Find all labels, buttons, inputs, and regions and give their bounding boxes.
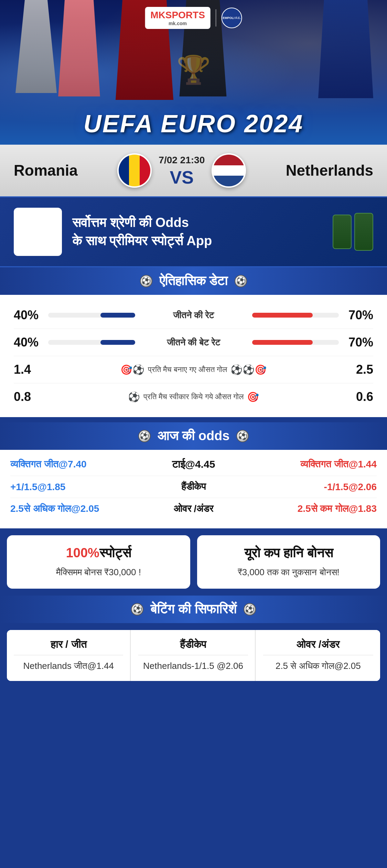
player-silhouette-5 [311,0,380,98]
nl-flag-blue [213,176,245,186]
win-rate-fill-right [252,313,313,318]
concede-icon-right: 🎯 [247,391,259,403]
odds-row-2: +1/1.5@1.85 हैंडीकेप -1/1.5@2.06 [10,476,377,498]
avg-concede-mid: ⚽ प्रति मैच स्वीकार किये गये औसत गोल 🎯 [55,391,332,403]
betting-cell-3: ओवर /अंडर 2.5 से अधिक गोल@2.05 [256,630,380,681]
historical-data-header: ⚽ ऐतिहासिक डेटा ⚽ [0,267,387,295]
betting-title: बेटिंग की सिफारिशें [150,602,236,617]
betting-col-2-value: Netherlands-1/1.5 @2.06 [138,660,248,672]
bet-rate-right-value: 70% [346,335,373,350]
app-promo-phones [304,213,373,251]
betting-col-3-value: 2.5 से अधिक गोल@2.05 [263,660,373,672]
player-silhouette-2 [52,0,107,96]
odds-center-3: ओवर /अंडर [114,503,273,515]
win-rate-bar-right [252,313,339,318]
odds-row-3: 2.5से अधिक गोल@2.05 ओवर /अंडर 2.5से कम ग… [10,498,377,520]
match-vs: VS [170,168,194,186]
betting-section: हार / जीत Netherlands जीत@1.44 हैंडीकेप … [0,623,387,691]
odds-right-1: व्यक्तिगत जीत@1.44 [273,459,377,470]
odds-header: ⚽ आज की odds ⚽ [0,422,387,450]
betting-cell-1: हार / जीत Netherlands जीत@1.44 [7,630,131,681]
betting-header: ⚽ बेटिंग की सिफारिशें ⚽ [0,596,387,623]
bet-rate-fill-left [100,340,135,345]
odds-right-2: -1/1.5@2.06 [273,482,377,493]
player-silhouette-1 [10,0,62,93]
avg-goals-label: प्रति मैच बनाए गए औसत गोल [148,365,227,374]
bet-rate-fill-right [252,340,313,345]
odds-left-2: +1/1.5@1.85 [10,482,114,493]
avg-concede-left-value: 0.8 [14,390,48,404]
nl-flag-red [213,155,245,165]
netherlands-flag-colors [213,155,245,186]
bonus-card-1: 100%स्पोर्ट्स मैक्सिमम बोनस ₹30,000 ! [7,535,190,589]
bonus-card-2-title: यूरो कप हानि बोनस [206,546,372,561]
odds-row-1: व्यक्तिगत जीत@7.40 टाई@4.45 व्यक्तिगत जी… [10,453,377,476]
flags-row: 7/02 21:30 VS [117,153,246,188]
historical-data-title: ऐतिहासिक डेटा [159,273,228,289]
bet-rate-label: जीतने की बेट रेट [142,337,245,348]
netherlands-flag [212,153,246,188]
betting-ball-left: ⚽ [131,603,143,616]
app-promo-text: सर्वोत्तम श्रेणी की Odds के साथ प्रीमियर… [72,214,294,250]
trophy-icon: 🏆 [176,54,211,86]
avg-concede-row: 0.8 ⚽ प्रति मैच स्वीकार किये गये औसत गोल… [14,383,373,410]
avg-concede-label: प्रति मैच स्वीकार किये गये औसत गोल [143,392,244,401]
betting-col-1-value: Netherlands जीत@1.44 [14,660,123,672]
soccer-ball-icon-left: ⚽ [140,275,152,287]
match-section: Romania 7/02 21:30 VS Netherlands [0,145,387,196]
goal-icon-right: ⚽⚽🎯 [230,364,267,375]
soccer-ball-icon-right: ⚽ [235,275,247,287]
match-center: 7/02 21:30 VS [159,155,205,186]
win-rate-left-value: 40% [14,308,41,322]
odds-ball-right: ⚽ [236,430,249,442]
hero-logo: MKSPORTS mk.com EMPOLI F.C. [145,7,242,29]
team-right-name: Netherlands [286,162,373,179]
avg-goals-left-value: 1.4 [14,362,48,377]
betting-col-2-header: हैंडीकेप [138,639,248,655]
romania-flag [117,153,152,188]
stats-section: 40% जीतने की रेट 70% 40% जीतने की बेट रे… [0,295,387,417]
bonus-card-2: यूरो कप हानि बोनस ₹3,000 तक का नुकसान बो… [197,535,380,589]
match-date: 7/02 21:30 [159,155,205,166]
odds-left-1: व्यक्तिगत जीत@7.40 [10,459,114,470]
avg-concede-right-value: 0.6 [339,390,373,404]
bet-rate-row: 40% जीतने की बेट रेट 70% [14,329,373,356]
phone-mockup-1 [333,215,352,249]
win-rate-label: जीतने की रेट [142,310,245,321]
win-rate-bar-left [48,313,135,318]
mk-sports-logo: MKSPORTS mk.com [145,7,211,29]
odds-left-3: 2.5से अधिक गोल@2.05 [10,503,114,515]
mk-text: MK [150,10,165,20]
odds-right-3: 2.5से कम गोल@1.83 [273,503,377,515]
app-promo-section: सर्वोत्तम श्रेणी की Odds के साथ प्रीमियर… [0,196,387,267]
app-promo-box [14,208,62,256]
betting-ball-right: ⚽ [244,603,256,616]
bonus-card-1-title: 100%स्पोर्ट्स [15,546,182,561]
betting-cell-2: हैंडीकेप Netherlands-1/1.5 @2.06 [131,630,255,681]
bonus-percent: 100% [66,546,99,560]
odds-section: व्यक्तिगत जीत@7.40 टाई@4.45 व्यक्तिगत जी… [0,450,387,528]
team-left-name: Romania [14,162,78,179]
win-rate-row: 40% जीतने की रेट 70% [14,302,373,329]
betting-col-3-header: ओवर /अंडर [263,639,373,655]
bet-rate-bar-right [252,340,339,345]
betting-col-1-header: हार / जीत [14,639,123,655]
hero-title: UEFA EURO 2024 [0,110,387,138]
odds-center-1: टाई@4.45 [114,458,273,471]
phone-mockup-2 [354,213,373,251]
romania-flag-colors [119,155,150,186]
win-rate-right-value: 70% [346,308,373,322]
odds-ball-left: ⚽ [138,430,151,442]
bet-rate-left-value: 40% [14,335,41,350]
avg-goals-right-value: 2.5 [339,362,373,377]
avg-goals-row: 1.4 🎯⚽ प्रति मैच बनाए गए औसत गोल ⚽⚽🎯 2.5 [14,356,373,383]
betting-grid: हार / जीत Netherlands जीत@1.44 हैंडीकेप … [7,630,380,681]
win-rate-fill-left [100,313,135,318]
avg-goals-mid: 🎯⚽ प्रति मैच बनाए गए औसत गोल ⚽⚽🎯 [55,364,332,375]
logo-divider [216,9,216,27]
gap-1 [0,417,387,422]
hero-section: 🏆 MKSPORTS mk.com EMPOLI F.C. UEFA EURO … [0,0,387,145]
bet-rate-bar-left [48,340,135,345]
bonus-card-2-desc: ₹3,000 तक का नुकसान बोनस! [206,566,372,578]
odds-title: आज की odds [158,428,230,444]
